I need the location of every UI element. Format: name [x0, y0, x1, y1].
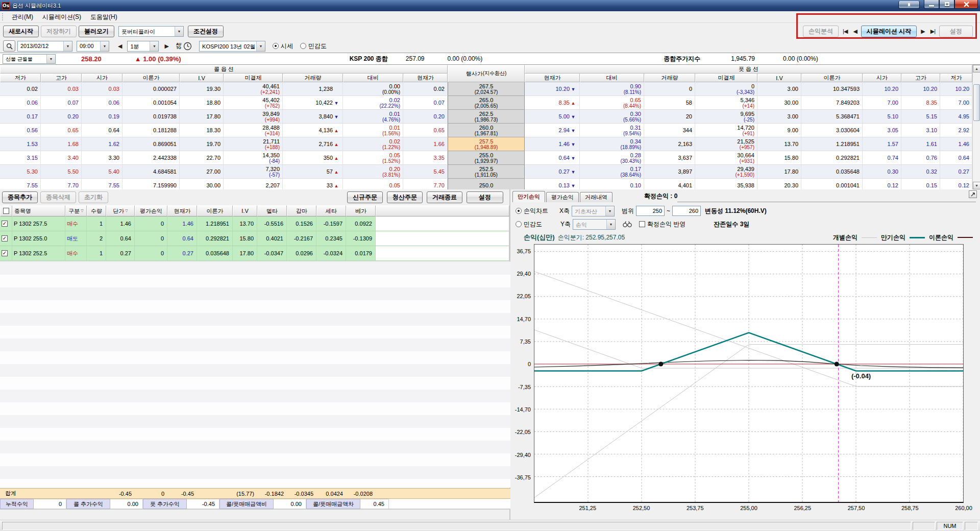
- chain-cell[interactable]: 5.00▼: [525, 110, 580, 124]
- chain-cell[interactable]: 4.684581: [122, 165, 180, 179]
- chain-cell[interactable]: 0.035648: [801, 165, 863, 179]
- chain-cell[interactable]: 1,238: [283, 82, 343, 96]
- pl-analysis-button[interactable]: 손익분석: [803, 26, 839, 37]
- chain-cell[interactable]: 39,849(+994): [224, 110, 283, 124]
- first-step-button[interactable]: |◀: [841, 28, 849, 35]
- position-row[interactable]: ✓P 1302 252.5매수10.2700.270.03564817.80-0…: [0, 246, 509, 261]
- checkbox-checked-icon[interactable]: ✓: [2, 250, 8, 256]
- chain-cell[interactable]: 0.64: [82, 124, 122, 137]
- prev-step-button[interactable]: ◀: [851, 28, 858, 35]
- chain-cell[interactable]: 0.34(18.89%): [580, 137, 644, 151]
- chain-cell[interactable]: 0: [644, 82, 695, 96]
- series-combo[interactable]: KOSPI200 13년 02월 ▼: [199, 41, 265, 52]
- chain-cell[interactable]: 27.00: [180, 165, 224, 179]
- chain-cell[interactable]: 18.30: [180, 124, 224, 137]
- time-combo[interactable]: 09:00 ▼: [77, 41, 109, 52]
- chain-cell[interactable]: 3,897: [644, 165, 695, 179]
- chain-cell[interactable]: 21,711(+188): [224, 137, 283, 151]
- chain-cell[interactable]: 17.80: [757, 165, 801, 179]
- date-combo[interactable]: 2013/02/12 ▼: [17, 41, 72, 52]
- chain-cell[interactable]: 2,716▲: [283, 137, 343, 151]
- chain-cell[interactable]: 0.64: [940, 151, 972, 165]
- chain-cell[interactable]: 0.03: [82, 82, 122, 96]
- tab-valuation-pl[interactable]: 평가손익: [546, 192, 579, 202]
- sensitivity-radio[interactable]: [300, 43, 306, 49]
- row-checkbox[interactable]: ✓: [0, 216, 12, 231]
- chain-cell[interactable]: 7.849203: [801, 96, 863, 110]
- chain-cell[interactable]: 3.15: [0, 151, 41, 165]
- chain-cell[interactable]: 0.15: [901, 179, 940, 189]
- minimize-button[interactable]: [924, 0, 939, 9]
- chain-cell[interactable]: 2,163: [644, 137, 695, 151]
- chain-cell[interactable]: 3.10: [901, 124, 940, 137]
- futures-month-combo[interactable]: 선물 근월물 ▼: [3, 54, 56, 64]
- chain-cell[interactable]: 21,525(+957): [695, 137, 757, 151]
- scrollbar-thumb[interactable]: [973, 84, 980, 121]
- chain-cell[interactable]: 20: [644, 110, 695, 124]
- row-checkbox[interactable]: ✓: [0, 246, 12, 260]
- simulation-start-button[interactable]: 시뮬레이션 시작: [861, 26, 917, 37]
- chain-cell[interactable]: 4.95: [940, 110, 972, 124]
- chain-cell[interactable]: 17.80: [180, 110, 224, 124]
- chain-cell[interactable]: 0.02: [0, 82, 41, 96]
- chain-cell[interactable]: 5.10: [863, 110, 901, 124]
- yaxis-combo[interactable]: 손익 ▼: [573, 219, 616, 230]
- chain-cell[interactable]: 40,461(+2,241): [224, 82, 283, 96]
- strategy-combo[interactable]: 풋버터플라이 ▼: [118, 26, 184, 37]
- add-symbol-button[interactable]: 종목추가: [2, 191, 38, 203]
- chain-cell[interactable]: 7.00: [940, 96, 972, 110]
- new-order-button[interactable]: 신규주문: [347, 191, 383, 203]
- positions-column-header[interactable]: 구분▽: [65, 205, 87, 216]
- chain-cell[interactable]: 350▲: [283, 151, 343, 165]
- chain-cell[interactable]: 0.32: [901, 165, 940, 179]
- chain-cell[interactable]: 344: [644, 124, 695, 137]
- chain-cell[interactable]: 14,350(-84): [224, 151, 283, 165]
- chain-cell[interactable]: 8.35▲: [525, 96, 580, 110]
- last-step-button[interactable]: ▶|: [929, 28, 937, 35]
- chain-cell[interactable]: 9.00: [757, 124, 801, 137]
- sensitivity-chart-radio[interactable]: [516, 221, 522, 227]
- chain-cell[interactable]: 5.30: [0, 165, 41, 179]
- positions-column-header[interactable]: 단가▽: [106, 205, 135, 216]
- chain-cell[interactable]: 5.368471: [801, 110, 863, 124]
- chain-cell[interactable]: 5.50: [41, 165, 82, 179]
- chain-cell[interactable]: 22.70: [180, 151, 224, 165]
- tab-expiry-pl[interactable]: 만기손익: [512, 191, 545, 202]
- chain-cell[interactable]: 7.70: [403, 179, 448, 189]
- chain-cell[interactable]: 3,637: [644, 151, 695, 165]
- chain-cell[interactable]: 7.00: [863, 96, 901, 110]
- chain-cell[interactable]: 0.20: [403, 110, 448, 124]
- menu-simulation[interactable]: 시뮬레이션(S): [38, 11, 86, 23]
- binoculars-icon[interactable]: [623, 221, 632, 228]
- chain-cell[interactable]: 0.07: [41, 96, 82, 110]
- chain-cell[interactable]: 30,664(+931): [695, 151, 757, 165]
- next-step-button[interactable]: ▶: [919, 28, 926, 35]
- chain-cell[interactable]: 3.05: [863, 124, 901, 137]
- interval-back-button[interactable]: ◀: [116, 43, 123, 50]
- chain-cell[interactable]: 0.19: [82, 110, 122, 124]
- chain-cell[interactable]: 10.20: [901, 82, 940, 96]
- chain-cell[interactable]: 0.12: [940, 179, 972, 189]
- chain-cell[interactable]: 0.001041: [801, 179, 863, 189]
- chain-cell[interactable]: 7.159990: [122, 179, 180, 189]
- chain-cell[interactable]: 0.65(8.44%): [580, 96, 644, 110]
- chain-cell[interactable]: 7.55: [82, 179, 122, 189]
- chain-cell[interactable]: 10.20: [940, 82, 972, 96]
- chain-cell[interactable]: 0.181288: [122, 124, 180, 137]
- chain-cell[interactable]: 1.53: [0, 137, 41, 151]
- range-to-input[interactable]: 260: [672, 206, 701, 216]
- chain-cell[interactable]: 0.27▼: [525, 165, 580, 179]
- chain-cell[interactable]: 0.01(4.76%): [343, 110, 403, 124]
- chain-cell[interactable]: 18.80: [180, 96, 224, 110]
- interval-forward-button[interactable]: ▶: [163, 43, 169, 50]
- chain-cell[interactable]: 0.56: [0, 124, 41, 137]
- position-row[interactable]: ✓P 1302 257.5매수11.4601.461.21895113.70-0…: [0, 216, 509, 231]
- chain-cell[interactable]: 1.61: [901, 137, 940, 151]
- chain-cell[interactable]: 10.20▼: [525, 82, 580, 96]
- chain-cell[interactable]: 57▲: [283, 165, 343, 179]
- positions-settings-button[interactable]: 설정: [467, 191, 503, 203]
- chain-cell[interactable]: 19.70: [180, 137, 224, 151]
- price-radio[interactable]: [273, 43, 279, 49]
- chain-cell[interactable]: 35,938: [695, 179, 757, 189]
- chain-cell[interactable]: 0.65: [41, 124, 82, 137]
